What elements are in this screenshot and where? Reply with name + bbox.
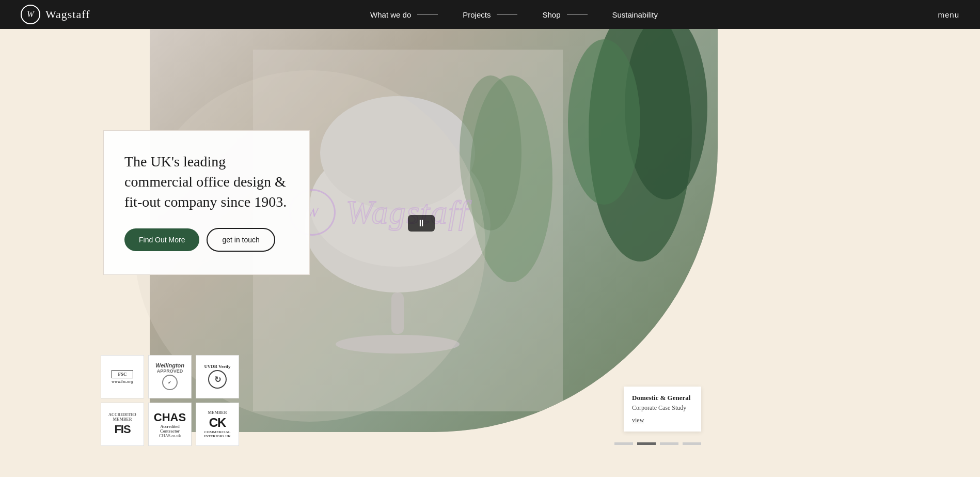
project-view-link[interactable]: view <box>632 417 644 424</box>
nav-divider <box>417 14 438 15</box>
project-title: Domestic & General <box>632 394 693 402</box>
watermark-text: Wagstaff <box>346 193 469 232</box>
nav-projects[interactable]: Projects <box>463 10 517 19</box>
hero-headline: The UK's leading commercial office desig… <box>124 151 289 212</box>
hero-watermark: W Wagstaff <box>289 189 469 236</box>
hero-section: W Wagstaff ⏸ The UK's leading commercial… <box>0 29 980 477</box>
logo-circle: W <box>21 5 40 24</box>
badge-fis: ACCREDITED MEMBER FIS <box>101 403 144 446</box>
slide-dot-1[interactable] <box>614 442 633 445</box>
badge-chas: CHAS Accredited Contractor CHAS.co.uk <box>148 403 192 446</box>
nav-links: What we do Projects Shop Sustainability <box>370 10 658 19</box>
fsc-logo: FSC www.fsc.org <box>112 370 133 384</box>
badges-section: FSC www.fsc.org Wellington APPROVED ✓ UV… <box>101 355 239 446</box>
project-subtitle: Corporate Case Study <box>632 404 693 412</box>
plant-svg <box>563 29 718 339</box>
hero-card: The UK's leading commercial office desig… <box>103 130 310 275</box>
badge-commercial-interiors: MEMBER CK COMMERCIALINTERIORS UK <box>196 403 239 446</box>
nav-sustainability[interactable]: Sustainability <box>612 10 658 19</box>
logo-text: Wagstaff <box>45 8 90 21</box>
slide-indicators <box>614 442 701 445</box>
get-in-touch-button[interactable]: get in touch <box>207 228 275 252</box>
badge-fsc: FSC www.fsc.org <box>101 355 144 398</box>
slide-dot-3[interactable] <box>660 442 678 445</box>
nav-link-sustainability[interactable]: Sustainability <box>612 10 658 19</box>
slide-dot-2[interactable] <box>637 442 656 445</box>
logo[interactable]: W Wagstaff <box>21 5 90 24</box>
nav-shop[interactable]: Shop <box>542 10 587 19</box>
nav-link-projects[interactable]: Projects <box>463 10 491 19</box>
badge-wellington: Wellington APPROVED ✓ <box>148 355 192 398</box>
logo-icon: W <box>27 10 34 19</box>
project-card: Domestic & General Corporate Case Study … <box>624 387 701 432</box>
svg-point-10 <box>568 39 640 205</box>
slide-dot-4[interactable] <box>683 442 701 445</box>
nav-what-we-do[interactable]: What we do <box>370 10 438 19</box>
navigation: W Wagstaff What we do Projects Shop Sust… <box>0 0 980 29</box>
nav-divider <box>497 14 517 15</box>
menu-button[interactable]: menu <box>938 10 959 19</box>
find-out-more-button[interactable]: Find Out More <box>124 228 199 251</box>
nav-divider <box>567 14 588 15</box>
badge-uvdb: UVDB Verify ↻ <box>196 355 239 398</box>
hero-buttons: Find Out More get in touch <box>124 228 289 252</box>
nav-link-what-we-do[interactable]: What we do <box>370 10 411 19</box>
pause-button[interactable]: ⏸ <box>408 215 435 232</box>
nav-link-shop[interactable]: Shop <box>542 10 560 19</box>
